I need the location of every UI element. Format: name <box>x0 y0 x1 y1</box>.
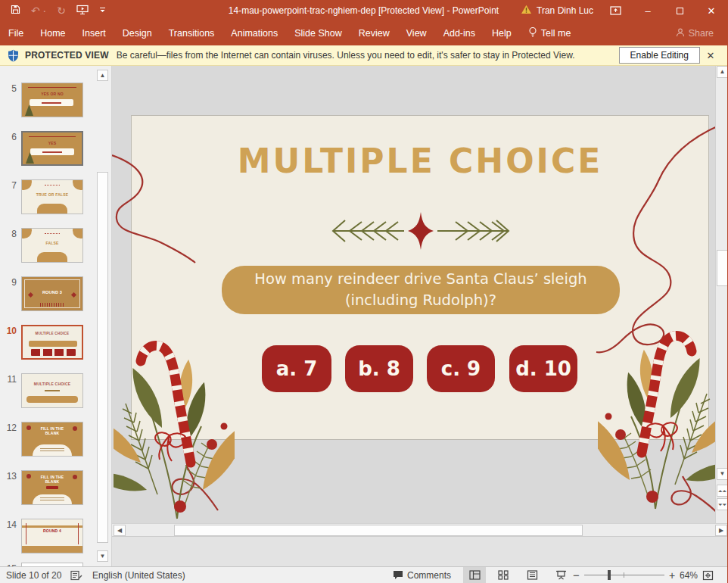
slide-thumbnail[interactable]: 7 TRUE OR FALSE <box>0 179 112 217</box>
slide-title[interactable]: MULTIPLE CHOICE <box>132 142 708 180</box>
answer-button-b[interactable]: b. 8 <box>345 345 413 392</box>
next-slide-icon[interactable]: ⏷⏷ <box>717 498 728 510</box>
account-button[interactable]: Tran Dinh Luc <box>521 5 593 17</box>
thumbnail-preview[interactable]: ROUND 4 <box>21 519 83 553</box>
ribbon-display-options-icon[interactable] <box>610 6 621 15</box>
tab-help[interactable]: Help <box>484 21 520 45</box>
slide-thumbnail[interactable]: 6 YES <box>0 131 112 169</box>
thumbnail-art <box>33 444 72 456</box>
zoom-slider-thumb[interactable] <box>608 570 611 580</box>
answer-button-c[interactable]: c. 9 <box>427 345 495 392</box>
horizontal-scroll-thumb[interactable] <box>174 525 583 536</box>
slide-thumbnail[interactable]: 5 YES OR NO <box>0 83 112 120</box>
slide-thumbnail[interactable]: 8 FALSE <box>0 228 112 266</box>
tab-animations[interactable]: Animations <box>222 21 286 45</box>
spell-check-icon[interactable] <box>70 567 82 583</box>
quick-access-toolbar: ↶ · ↻ <box>0 0 106 21</box>
thumbnail-art <box>37 204 67 214</box>
protected-view-bar: PROTECTED VIEW Be careful—files from the… <box>0 45 727 66</box>
warning-icon <box>521 5 532 17</box>
maximize-button[interactable] <box>664 0 695 21</box>
thumbnail-preview[interactable]: MULTIPLE CHOICE <box>21 373 83 408</box>
answer-button-a[interactable]: a. 7 <box>262 345 331 392</box>
thumbnail-preview[interactable]: TRUE OR FALSE <box>21 179 83 214</box>
scroll-left-icon[interactable]: ◀ <box>114 525 126 536</box>
tab-review[interactable]: Review <box>350 21 398 45</box>
comments-button[interactable]: Comments <box>393 567 451 583</box>
thumbnail-art <box>22 546 82 553</box>
slide-thumbnail[interactable]: 11 MULTIPLE CHOICE <box>0 373 112 411</box>
thumbnail-preview[interactable]: YES <box>21 131 83 166</box>
thumbnail-preview[interactable]: FILL IN THE BLANK <box>21 470 83 505</box>
thumbnail-preview[interactable]: FALSE <box>21 228 83 263</box>
thumbnail-canvas: FALSE <box>22 229 82 262</box>
thumbnail-preview[interactable]: MULTIPLE CHOICE <box>21 325 83 360</box>
comments-label: Comments <box>407 570 451 581</box>
fit-to-window-icon[interactable] <box>702 567 714 583</box>
normal-view-icon[interactable] <box>463 567 486 583</box>
tab-transitions[interactable]: Transitions <box>160 21 223 45</box>
question-box[interactable]: How many reindeer drive Santa Claus’ sle… <box>222 266 620 314</box>
title-bar: ↶ · ↻ 14-mau-powerpoint-trac-nghiem-dep … <box>0 0 727 21</box>
tab-design[interactable]: Design <box>114 21 160 45</box>
undo-icon[interactable]: ↶ · <box>31 5 46 16</box>
thumbnail-canvas: YES <box>23 132 82 164</box>
slide-thumbnail[interactable]: 13 FILL IN THE BLANK <box>0 470 112 508</box>
thumbnail-art <box>26 523 26 544</box>
scroll-right-icon[interactable]: ▶ <box>715 525 727 536</box>
vertical-scrollbar[interactable]: ▲ ▼ ⏶⏶ ⏷⏷ <box>715 66 728 523</box>
thumbnail-art <box>30 148 74 155</box>
previous-slide-icon[interactable]: ⏶⏶ <box>717 485 728 497</box>
vertical-scroll-thumb[interactable] <box>717 250 728 286</box>
thumbnail-preview[interactable]: ROUND 3 <box>21 276 83 311</box>
redo-icon[interactable]: ↻ <box>57 5 66 16</box>
tell-me-box[interactable]: Tell me <box>520 26 580 40</box>
slide-number: 5 <box>3 83 17 94</box>
string-decoration-bottomright-icon <box>640 475 727 522</box>
slide-thumbnail[interactable]: 10 MULTIPLE CHOICE <box>0 325 112 363</box>
slideshow-view-icon[interactable] <box>549 567 572 583</box>
thumbnail-canvas: FILL IN THE BLANK <box>22 422 82 456</box>
slide-thumbnail[interactable]: 9 ROUND 3 <box>0 276 112 314</box>
scroll-down-icon[interactable]: ▼ <box>717 468 728 480</box>
save-icon[interactable] <box>11 5 20 17</box>
thumbnail-preview[interactable]: FILL IN THE BLANK <box>21 422 83 457</box>
horizontal-scrollbar[interactable]: ◀ ▶ <box>112 523 728 536</box>
slide-number: 11 <box>3 374 17 385</box>
main-area: ▲ ▼ 5 YES OR NO 6 YES <box>0 66 728 566</box>
slide-thumbnail[interactable]: 14 ROUND 4 <box>0 519 112 556</box>
zoom-in-icon[interactable]: + <box>669 567 675 583</box>
thumbnail-art <box>26 474 31 479</box>
thumbnail-preview[interactable]: YES OR NO <box>21 83 83 117</box>
close-infobar-icon[interactable]: ✕ <box>703 50 718 61</box>
tab-slideshow[interactable]: Slide Show <box>286 21 350 45</box>
slide-thumbnail[interactable]: 12 FILL IN THE BLANK <box>0 422 112 460</box>
slide-sorter-icon[interactable] <box>492 567 515 583</box>
thumbnail-art <box>33 494 72 504</box>
zoom-slider-track[interactable] <box>584 575 664 575</box>
enable-editing-button[interactable]: Enable Editing <box>619 47 700 64</box>
tab-file[interactable]: File <box>0 21 32 45</box>
minimize-button[interactable]: – <box>632 0 664 21</box>
thumbnail-title: FILL IN THE BLANK <box>22 475 82 485</box>
customize-qat-icon[interactable] <box>99 5 106 16</box>
thumbnail-canvas: ROUND 3 <box>22 277 82 310</box>
close-button[interactable]: ✕ <box>695 0 727 21</box>
tab-view[interactable]: View <box>398 21 435 45</box>
slide-canvas[interactable]: MULTIPLE CHOICE <box>131 115 709 440</box>
reading-view-icon[interactable] <box>521 567 543 583</box>
share-button[interactable]: Share <box>676 28 714 39</box>
start-slideshow-icon[interactable] <box>76 5 89 17</box>
ribbon-tabs: File Home Insert Design Transitions Anim… <box>0 21 727 45</box>
tab-addins[interactable]: Add-ins <box>435 21 484 45</box>
zoom-out-icon[interactable]: − <box>573 567 580 583</box>
answer-button-d[interactable]: d. 10 <box>509 345 577 392</box>
thumb-scroll-up-icon[interactable]: ▲ <box>97 70 108 81</box>
person-icon <box>676 28 685 39</box>
scroll-up-icon[interactable]: ▲ <box>717 66 728 78</box>
language-indicator[interactable]: English (United States) <box>92 567 185 583</box>
thumbnail-art <box>31 349 76 356</box>
tab-home[interactable]: Home <box>32 21 73 45</box>
zoom-level[interactable]: 64% <box>680 567 698 583</box>
tab-insert[interactable]: Insert <box>74 21 114 45</box>
